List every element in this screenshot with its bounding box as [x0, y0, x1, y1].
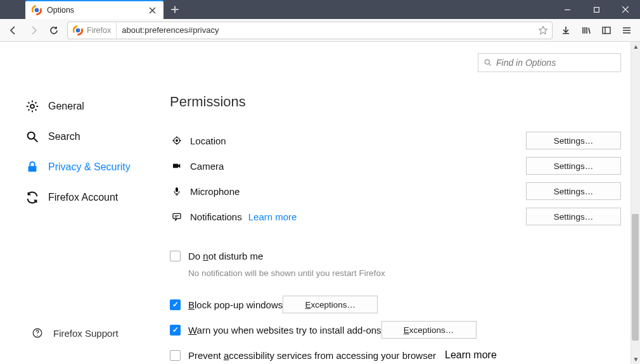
svg-point-2 [76, 28, 80, 32]
permission-camera: Camera Settings… [170, 153, 621, 179]
prevent-a11y-checkbox[interactable] [170, 350, 181, 361]
svg-point-0 [35, 8, 39, 13]
support-label: Firefox Support [53, 328, 118, 339]
firefox-support-link[interactable]: Firefox Support [32, 327, 118, 339]
close-window-button[interactable] [611, 0, 640, 19]
nav-label: General [48, 101, 84, 112]
notifications-settings-button[interactable]: Settings… [526, 208, 621, 225]
location-settings-button[interactable]: Settings… [526, 132, 621, 149]
tab-favicon [32, 5, 42, 15]
lock-icon [25, 160, 39, 174]
nav-label: Firefox Account [48, 192, 118, 203]
nav-privacy-security[interactable]: Privacy & Security [25, 152, 157, 182]
permission-microphone: Microphone Settings… [170, 179, 621, 204]
menu-button[interactable] [617, 21, 636, 40]
tab-title: Options [47, 6, 147, 15]
new-tab-button[interactable] [168, 3, 182, 16]
gear-icon [25, 99, 39, 113]
svg-point-9 [485, 60, 489, 64]
warn-addons-row: Warn you when websites try to install ad… [170, 317, 621, 342]
block-popups-label: Block pop-up windows [188, 299, 283, 310]
identity-label: Firefox [87, 26, 111, 35]
a11y-learn-more[interactable]: Learn more [445, 349, 497, 361]
svg-point-4 [30, 104, 34, 108]
location-icon [170, 135, 184, 146]
svg-point-8 [37, 335, 38, 336]
back-button[interactable] [4, 21, 23, 40]
scrollbar-thumb[interactable] [632, 214, 639, 341]
search-icon [483, 58, 492, 67]
vertical-scrollbar[interactable]: ▲ ▼ [630, 42, 640, 364]
prevent-a11y-label: Prevent accessibility services from acce… [188, 350, 436, 361]
permission-label: Camera [190, 161, 224, 172]
forward-button[interactable] [24, 21, 43, 40]
url-bar[interactable]: Firefox [67, 22, 553, 39]
do-not-disturb-label: Do not disturb me [188, 251, 263, 261]
permission-label: Notifications [190, 211, 242, 222]
identity-box[interactable]: Firefox [68, 22, 117, 39]
titlebar: Options [0, 0, 640, 19]
warn-addons-label: Warn you when websites try to install ad… [188, 325, 381, 336]
notification-icon [170, 211, 184, 222]
url-input[interactable] [117, 25, 534, 35]
categories-sidebar: General Search Privacy & Security Firefo… [0, 42, 157, 364]
downloads-button[interactable] [556, 21, 575, 40]
find-in-options[interactable] [478, 53, 621, 72]
svg-rect-1 [594, 7, 599, 12]
do-not-disturb-row: Do not disturb me [170, 243, 621, 268]
nav-label: Search [48, 131, 80, 142]
svg-rect-6 [29, 166, 37, 172]
search-icon [25, 130, 39, 144]
firefox-logo-icon [73, 25, 83, 35]
nav-search[interactable]: Search [25, 122, 157, 152]
window-controls [553, 0, 640, 19]
section-heading: Permissions [170, 94, 621, 110]
permission-label: Location [190, 135, 226, 146]
tab-close-icon[interactable] [147, 5, 157, 15]
svg-point-10 [176, 139, 178, 142]
camera-icon [170, 161, 184, 171]
block-popups-checkbox[interactable] [170, 299, 181, 310]
browser-tab[interactable]: Options [25, 0, 163, 19]
scroll-up-arrow[interactable]: ▲ [631, 42, 640, 51]
nav-label: Privacy & Security [48, 161, 131, 173]
microphone-icon [170, 186, 184, 196]
block-popups-row: Block pop-up windows Exceptions… [170, 292, 621, 317]
addons-exceptions-button[interactable]: Exceptions… [381, 321, 477, 339]
help-icon [32, 327, 43, 339]
scroll-down-arrow[interactable]: ▼ [631, 355, 640, 364]
notifications-learn-more[interactable]: Learn more [248, 211, 297, 222]
nav-general[interactable]: General [25, 91, 157, 122]
find-input[interactable] [496, 58, 615, 68]
permission-label: Microphone [190, 186, 240, 197]
maximize-button[interactable] [582, 0, 611, 19]
svg-rect-13 [176, 187, 178, 192]
minimize-button[interactable] [553, 0, 582, 19]
svg-point-5 [28, 132, 35, 139]
main-panel: Permissions Location Settings… Camera Se… [157, 42, 640, 364]
svg-rect-12 [173, 164, 178, 168]
bookmark-star-icon[interactable] [534, 25, 552, 35]
camera-settings-button[interactable]: Settings… [526, 157, 621, 175]
permission-notifications: Notifications Learn more Settings… [170, 204, 621, 229]
prevent-a11y-row: Prevent accessibility services from acce… [170, 342, 621, 364]
microphone-settings-button[interactable]: Settings… [526, 182, 621, 200]
warn-addons-checkbox[interactable] [170, 325, 181, 336]
sidebar-button[interactable] [597, 21, 616, 40]
svg-rect-3 [603, 27, 610, 34]
popups-exceptions-button[interactable]: Exceptions… [283, 296, 378, 313]
permission-location: Location Settings… [170, 128, 621, 153]
do-not-disturb-hint: No notification will be shown until you … [188, 268, 621, 278]
sync-icon [25, 191, 39, 204]
nav-firefox-account[interactable]: Firefox Account [25, 182, 157, 213]
svg-rect-14 [173, 213, 181, 218]
toolbar: Firefox [0, 19, 640, 42]
content-area: General Search Privacy & Security Firefo… [0, 42, 640, 364]
reload-button[interactable] [44, 21, 63, 40]
library-button[interactable] [577, 21, 596, 40]
do-not-disturb-checkbox[interactable] [170, 251, 181, 261]
